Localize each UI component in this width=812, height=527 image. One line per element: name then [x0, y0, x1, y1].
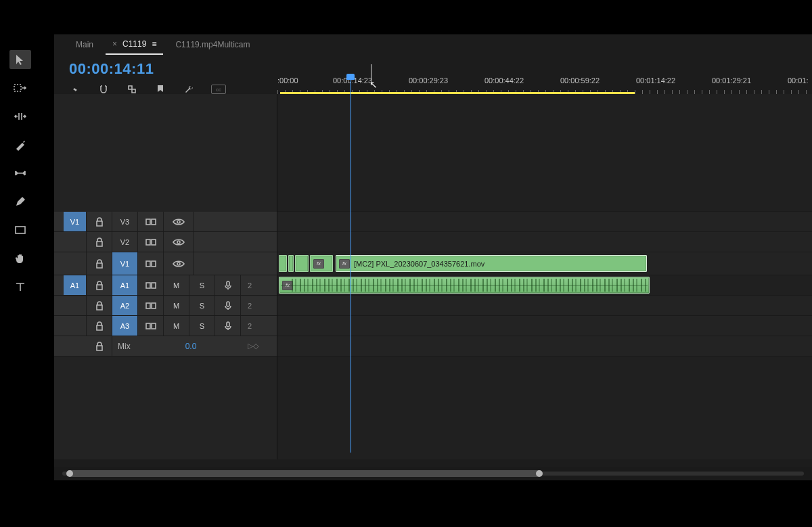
source-patch-empty[interactable] [64, 232, 87, 252]
razor-tool[interactable] [9, 135, 31, 154]
timeline-zoom-scrollbar[interactable] [54, 467, 812, 480]
channel-count: 2 [241, 296, 258, 315]
track-header-a1[interactable]: A1 A1 M S 2 [54, 275, 277, 296]
track-target-v2[interactable]: V2 [112, 232, 138, 252]
video-clip-segment[interactable] [288, 255, 294, 272]
close-icon[interactable]: × [112, 39, 117, 49]
lock-icon[interactable] [87, 336, 112, 356]
slip-tool[interactable] [9, 164, 31, 183]
track-target-v1[interactable]: V1 [112, 252, 138, 275]
mix-label: Mix [112, 342, 150, 351]
pen-tool[interactable] [9, 192, 31, 211]
zoom-handle-right[interactable] [536, 470, 543, 477]
lock-icon[interactable] [87, 212, 112, 231]
video-clip-main[interactable]: fx [MC2] PXL_20230607_034357621.mov [336, 255, 647, 272]
svg-rect-13 [227, 281, 229, 286]
app-bottom-letterbox [0, 493, 812, 527]
track-header-a3[interactable]: A3 M S 2 [54, 316, 277, 336]
mute-button[interactable]: M [164, 275, 189, 295]
mute-button[interactable]: M [164, 316, 189, 336]
track-target-a3[interactable]: A3 [112, 316, 138, 336]
audio-clip[interactable]: fx [279, 277, 650, 294]
sync-lock-icon[interactable] [138, 232, 164, 252]
sync-lock-icon[interactable] [138, 275, 164, 295]
eye-icon[interactable] [164, 232, 194, 252]
track-target-a2[interactable]: A2 [112, 296, 138, 315]
lock-icon[interactable] [87, 232, 112, 252]
track-header-v3[interactable]: V1 V3 [54, 212, 277, 232]
video-clip-segment[interactable] [279, 255, 287, 272]
lane-v2[interactable] [277, 232, 812, 252]
source-patch-a1[interactable]: A1 [64, 275, 87, 295]
source-patch-empty[interactable] [64, 296, 87, 315]
lane-mix[interactable] [277, 336, 812, 357]
mute-button[interactable]: M [164, 296, 189, 315]
track-target-v3[interactable]: V3 [112, 212, 138, 231]
type-tool[interactable] [9, 277, 31, 296]
track-header-v1[interactable]: V1 [54, 252, 277, 275]
zoom-handle-left[interactable] [66, 470, 73, 477]
voiceover-icon[interactable] [215, 275, 241, 295]
source-patch-empty[interactable] [64, 252, 87, 275]
source-patch-empty[interactable] [64, 316, 87, 336]
tracks-region: V1 V3 V2 V1 [54, 94, 812, 459]
lane-v3[interactable] [277, 212, 812, 232]
playhead[interactable] [351, 74, 351, 453]
lock-icon[interactable] [87, 275, 112, 295]
captions-icon[interactable]: cc [211, 85, 226, 94]
sync-lock-icon[interactable] [138, 252, 164, 275]
svg-rect-16 [227, 302, 229, 306]
ripple-edit-tool[interactable] [9, 107, 31, 126]
track-header-v2[interactable]: V2 [54, 232, 277, 252]
lane-a2[interactable] [277, 296, 812, 316]
solo-button[interactable]: S [189, 296, 215, 315]
tab-multicam[interactable]: C1119.mp4Multicam [168, 35, 256, 55]
ruler-tick-label: 00:01: [788, 76, 809, 85]
tab-label: C1119.mp4Multicam [175, 40, 250, 49]
solo-button[interactable]: S [189, 316, 215, 336]
eye-icon[interactable] [164, 212, 194, 231]
svg-point-4 [177, 221, 180, 223]
voiceover-icon[interactable] [215, 316, 241, 336]
sync-lock-icon[interactable] [138, 296, 164, 315]
track-select-tool[interactable] [9, 78, 31, 97]
panel-menu-icon[interactable]: ≡ [152, 39, 156, 49]
track-header-a2[interactable]: A2 M S 2 [54, 296, 277, 316]
clip-area[interactable]: fx fx [MC2] PXL_20230607_034357621.mov f… [277, 94, 812, 459]
source-patch-v1[interactable]: V1 [64, 212, 87, 231]
scrollbar-thumb[interactable] [68, 470, 541, 477]
mix-volume-value[interactable]: 0.0 [150, 342, 231, 351]
svg-rect-11 [146, 283, 150, 288]
rectangle-tool[interactable] [9, 221, 31, 239]
channel-count: 2 [241, 316, 258, 336]
video-clip-segment[interactable]: fx [310, 255, 333, 272]
sync-lock-icon[interactable] [138, 316, 164, 336]
selection-tool[interactable] [9, 50, 31, 69]
track-header-spacer [54, 94, 277, 212]
tab-main[interactable]: Main [69, 35, 100, 55]
keyframe-icon[interactable]: ▷◇ [231, 342, 258, 350]
track-header-mix[interactable]: Mix 0.0 ▷◇ [54, 336, 277, 357]
voiceover-icon[interactable] [215, 296, 241, 315]
hand-tool[interactable] [9, 249, 31, 268]
tab-c1119[interactable]: × C1119 ≡ [106, 35, 163, 55]
playhead-timecode[interactable]: 00:00:14:11 [69, 60, 154, 78]
lane-a1[interactable]: fx [277, 275, 812, 296]
sync-lock-icon[interactable] [138, 212, 164, 231]
svg-rect-6 [152, 239, 156, 245]
svg-rect-8 [146, 261, 150, 267]
eye-icon[interactable] [164, 252, 194, 275]
tab-label: Main [76, 40, 93, 49]
lane-a3[interactable] [277, 316, 812, 336]
lock-icon[interactable] [87, 252, 112, 275]
video-clip-segment[interactable] [295, 255, 309, 272]
lane-v1[interactable]: fx fx [MC2] PXL_20230607_034357621.mov [277, 252, 812, 275]
lock-icon[interactable] [87, 316, 112, 336]
solo-button[interactable]: S [189, 275, 215, 295]
lock-icon[interactable] [87, 296, 112, 315]
ruler-tick-label: 00:00:59:22 [560, 76, 600, 85]
svg-rect-19 [227, 322, 229, 327]
time-ruler[interactable]: :00:00 00:00:14:23 00:00:29:23 00:00:44:… [277, 74, 812, 94]
svg-rect-9 [152, 261, 156, 267]
track-target-a1[interactable]: A1 [112, 275, 138, 295]
